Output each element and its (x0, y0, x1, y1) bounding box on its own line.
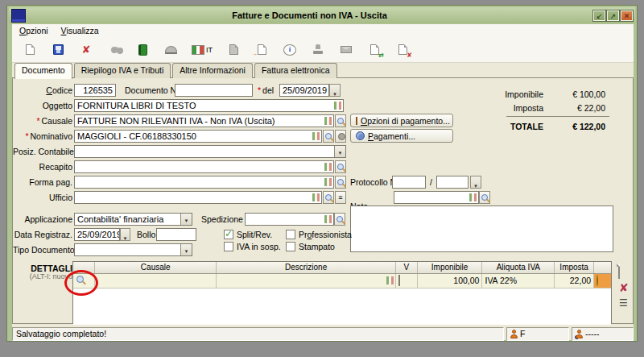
binoculars-icon[interactable] (107, 43, 122, 57)
field-flag-icon (324, 178, 332, 186)
opzioni-pagamento-button[interactable]: Opzioni di pagamento... (350, 114, 453, 127)
ufficio-label: Ufficio (13, 191, 72, 204)
save-icon[interactable] (51, 43, 65, 57)
italian-flag-icon[interactable]: IT (192, 43, 213, 57)
row-descrizione[interactable] (217, 274, 395, 288)
maximize-icon[interactable] (607, 10, 619, 21)
col-causale[interactable]: Causale (95, 262, 217, 273)
chevron-down-icon[interactable] (180, 214, 192, 225)
statusbar-message-panel: Salvataggio completato! (12, 327, 504, 341)
documento-tab-panel: Codice 126535 Documento N. *del 25/09/20… (12, 77, 634, 324)
split-rev-checkbox[interactable] (224, 230, 233, 239)
applicazione-select[interactable]: Contabilita' finanziaria (74, 213, 192, 226)
field-flag-icon (312, 193, 320, 201)
menubar: Opzioni Visualizza (12, 24, 634, 37)
delete-row-icon[interactable]: ✘ (619, 282, 629, 293)
row-menu-icon[interactable]: ☰ (619, 299, 628, 307)
chevron-down-icon[interactable] (334, 146, 345, 157)
causale-field[interactable]: FATTURE NON RILEVANTI IVA - Non IVA (Usc… (74, 114, 334, 127)
binder-icon[interactable] (135, 43, 150, 57)
protocollo-field-1[interactable] (392, 176, 426, 189)
row-causale[interactable] (95, 274, 217, 288)
spedizione-search-icon[interactable] (334, 213, 345, 226)
row-aliquota-iva[interactable]: IVA 22% (482, 274, 555, 288)
forma-pag-field[interactable] (74, 176, 334, 189)
camera-icon[interactable] (163, 43, 178, 57)
protocollo-dropdown-icon[interactable] (470, 176, 481, 189)
note-textarea[interactable] (350, 205, 613, 252)
user-value: F (520, 328, 525, 340)
iva-in-sosp-checkbox[interactable] (224, 242, 233, 251)
tipo-documento-select[interactable] (74, 243, 192, 256)
documento-n-field[interactable] (175, 84, 253, 97)
export-icon[interactable]: → (254, 43, 269, 57)
nominativo-required-mark: * (25, 131, 28, 141)
oggetto-field[interactable]: FORNITURA LIBRI DI TESTO (74, 99, 344, 112)
del-date-field[interactable]: 25/09/2019 (279, 84, 329, 97)
protocollo-field-2[interactable] (436, 176, 469, 189)
recapito-search-icon[interactable] (335, 160, 346, 173)
xml-delete-icon[interactable]: ✘ (395, 43, 410, 57)
envelope-icon[interactable] (339, 43, 353, 57)
nominativo-record-icon[interactable] (335, 130, 346, 143)
data-registraz-field[interactable]: 25/09/2019 (74, 228, 120, 241)
posiz-contabile-select[interactable] (74, 145, 346, 158)
chevron-down-icon[interactable] (180, 244, 192, 255)
titlebar[interactable]: Fatture e Documenti non IVA - Uscita (9, 7, 635, 23)
field-flag-icon (324, 215, 332, 223)
table-row[interactable]: 100,00 IVA 22% 22,00 (73, 274, 611, 289)
bollo-field[interactable] (156, 228, 196, 241)
col-imposta[interactable]: Imposta (555, 262, 594, 273)
stampato-label: Stampato (299, 241, 335, 252)
copy-icon[interactable] (226, 43, 241, 57)
tab-fattura-elettronica[interactable]: Fattura elettronica (254, 63, 337, 78)
recapito-label: Recapito (13, 160, 72, 173)
window-title: Fatture e Documenti non IVA - Uscita (26, 10, 593, 20)
right-lookup-field[interactable] (394, 191, 479, 204)
del-date-dropdown-icon[interactable] (329, 84, 341, 97)
spedizione-field[interactable] (245, 213, 334, 226)
ufficio-field[interactable] (74, 191, 322, 204)
nominativo-field[interactable]: MAGGIOLI - CF.06188330150 (74, 130, 322, 143)
recapito-field[interactable] (74, 160, 334, 173)
row-imposta[interactable]: 22,00 (555, 274, 594, 288)
field-flag-icon (324, 117, 332, 125)
tab-altre-informazioni[interactable]: Altre Informazioni (172, 63, 253, 78)
spedizione-label: Spedizione (201, 213, 243, 226)
add-row-icon[interactable] (618, 264, 620, 279)
row-imponibile[interactable]: 100,00 (418, 274, 483, 288)
xml-import-icon[interactable]: ⇄ (367, 43, 382, 57)
grid-empty-area (73, 289, 611, 325)
delete-icon[interactable]: ✘ (79, 43, 93, 57)
status-message: Salvataggio completato! (16, 328, 106, 340)
tipo-documento-label: Tipo Documento (13, 243, 72, 256)
pagamenti-button[interactable]: Pagamenti... (350, 129, 453, 143)
col-descrizione[interactable]: Descrizione (217, 262, 395, 273)
forma-pag-search-icon[interactable] (335, 176, 346, 189)
causale-search-icon[interactable] (335, 114, 346, 127)
col-aliquota-iva[interactable]: Aliquota IVA (482, 262, 555, 273)
close-icon[interactable] (621, 10, 633, 21)
new-document-icon[interactable] (23, 43, 37, 57)
toolbar: ✘ IT → i ⇄ ✘ (12, 38, 634, 61)
menu-visualizza[interactable]: Visualizza (61, 26, 99, 35)
ufficio-search-icon[interactable] (323, 191, 334, 204)
row-payments-cell[interactable] (594, 274, 611, 288)
col-imponibile[interactable]: Imponibile (418, 262, 483, 273)
stampato-checkbox[interactable] (286, 242, 295, 251)
codice-field[interactable]: 126535 (74, 84, 116, 97)
stamp-icon[interactable] (311, 43, 325, 57)
ufficio-list-icon[interactable]: ≡ (335, 191, 346, 204)
forma-pag-label: Forma pag. (13, 176, 72, 189)
row-v-checkbox[interactable] (398, 275, 400, 286)
professionista-checkbox[interactable] (286, 230, 295, 239)
right-lookup-search-icon[interactable] (479, 191, 490, 204)
tab-riepilogo-iva[interactable]: Riepilogo IVA e Tributi (74, 63, 171, 78)
menu-opzioni[interactable]: Opzioni (19, 26, 48, 35)
info-icon[interactable]: i (283, 43, 297, 57)
col-v[interactable]: V (396, 262, 418, 273)
nominativo-search-icon[interactable] (323, 130, 334, 143)
minimize-icon[interactable] (593, 10, 605, 21)
data-registraz-dropdown-icon[interactable] (120, 228, 130, 241)
tab-documento[interactable]: Documento (14, 63, 72, 79)
